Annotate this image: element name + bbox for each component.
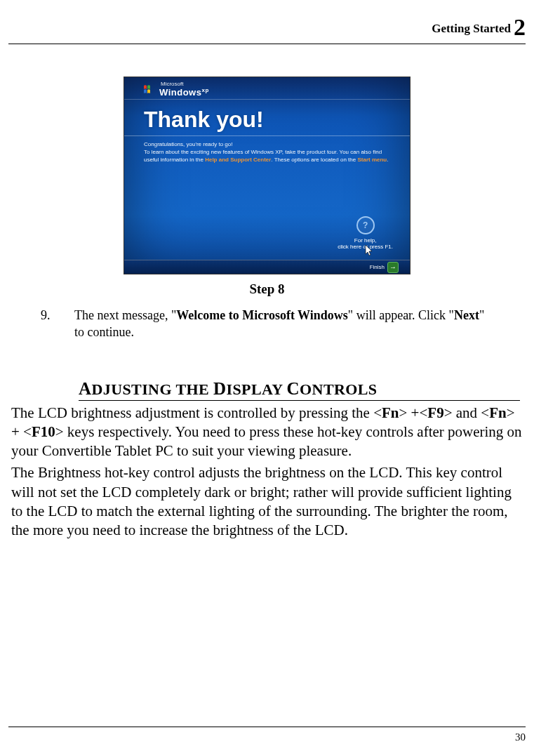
screenshot-figure: Microsoft Windowsxp Thank you! Congratul… bbox=[8, 77, 526, 297]
header-title: Getting Started bbox=[432, 22, 511, 35]
step-9-text: The next message, "Welcome to Microsoft … bbox=[74, 307, 493, 341]
cursor-icon bbox=[365, 244, 373, 257]
section-heading: ADJUSTING THE DISPLAY CONTROLS bbox=[79, 379, 520, 401]
page-header: Getting Started 2 bbox=[8, 14, 526, 44]
wizard-bottom-bar: Finish → bbox=[124, 260, 410, 274]
page-footer: 30 bbox=[8, 727, 526, 756]
step-9-item: 9. The next message, "Welcome to Microso… bbox=[41, 307, 493, 341]
chapter-number: 2 bbox=[514, 14, 526, 40]
brand-text: Microsoft Windowsxp bbox=[159, 81, 209, 98]
windows-flag-icon bbox=[144, 85, 155, 95]
figure-caption: Step 8 bbox=[8, 281, 526, 297]
finish-arrow-icon: → bbox=[387, 262, 399, 273]
finish-label: Finish bbox=[370, 264, 385, 270]
help-icon: ? bbox=[356, 216, 375, 234]
windows-setup-screenshot: Microsoft Windowsxp Thank you! Congratul… bbox=[124, 77, 410, 274]
thank-you-heading: Thank you! bbox=[124, 100, 410, 136]
list-number: 9. bbox=[41, 307, 74, 341]
paragraph-2: The Brightness hot-key control adjusts t… bbox=[11, 463, 523, 540]
paragraph-1: The LCD brightness adjustment is control… bbox=[11, 404, 523, 461]
page-number: 30 bbox=[515, 731, 526, 743]
congrats-text: Congratulations, you're ready to go! To … bbox=[124, 136, 410, 164]
